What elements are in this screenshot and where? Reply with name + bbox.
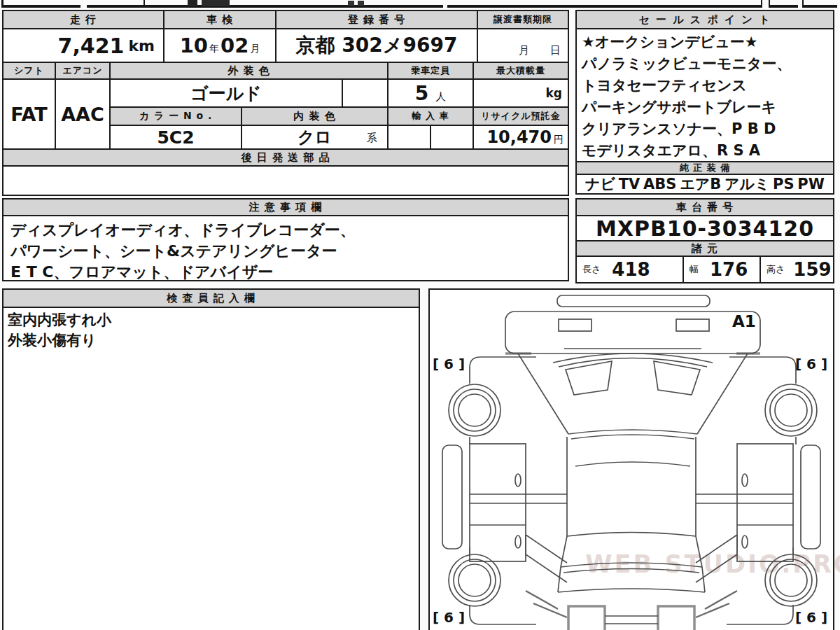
sales-point-line: ★オークションデビュー★ — [582, 31, 828, 53]
inspector-line: 室内内張すれ小 — [8, 310, 414, 330]
tire-mark-rear-right: [ 6 ] — [795, 609, 827, 626]
shift-value: FAT — [2, 78, 56, 150]
front-fender-left — [470, 357, 536, 444]
specs-header: 諸 元 — [575, 240, 834, 257]
equipment-item: PS — [773, 176, 794, 192]
spec-height-value: 159 — [793, 259, 831, 280]
exterior-color-value: ゴールド — [109, 78, 343, 108]
car-top-view-diagram — [430, 290, 833, 630]
later-parts-header: 後 日 発 送 部 品 — [2, 148, 569, 167]
door-seam-left — [470, 494, 567, 525]
hood-side-lines — [518, 354, 748, 434]
door-panel-left — [470, 444, 526, 561]
recycle-deposit-number: 10,470 — [486, 127, 552, 147]
rear-slant-right — [696, 591, 737, 617]
interior-color-header: 内 装 色 — [241, 106, 388, 126]
inspection-month: 02 — [220, 34, 248, 57]
spec-width: 幅 176 — [682, 255, 761, 284]
genuine-equipment-row: ナビ TV ABS エアB アルミ PS PW — [575, 174, 834, 195]
wheel-rear-right — [765, 554, 817, 606]
sales-point-line: クリアランスソナー、P B D — [582, 118, 828, 140]
imported-value-left — [387, 125, 431, 150]
genuine-equipment-header: 純 正 装 備 — [575, 161, 834, 175]
max-load-header: 最大積載量 — [472, 62, 569, 80]
chassis-value: MXPB10-3034120 — [575, 215, 834, 241]
front-fender-right — [729, 357, 796, 444]
equipment-item: ナビ — [585, 174, 615, 194]
capacity-header: 乗車定員 — [387, 62, 474, 80]
front-bumper — [505, 312, 760, 354]
exterior-color-sub-cell — [342, 78, 388, 108]
recycle-deposit-value: 10,470 円 — [472, 125, 569, 150]
door-seam-right — [696, 494, 793, 525]
max-load-unit: kg — [546, 86, 562, 100]
tire-mark-front-left: [ 6 ] — [433, 356, 465, 372]
equipment-item: ABS — [643, 176, 676, 192]
sales-points-header: セ ー ル ス ポ イ ン ト — [575, 10, 834, 29]
sales-point-line: モデリスタエアロ、R S A — [582, 140, 828, 162]
front-top-strip — [557, 295, 710, 307]
tail-light-left — [568, 606, 605, 630]
roof-rear-arc — [567, 533, 696, 537]
aircon-value: AAC — [55, 78, 111, 150]
tire-mark-front-right: [ 6 ] — [795, 356, 827, 372]
spec-width-value: 176 — [710, 259, 748, 280]
registration-header: 登 録 番 号 — [275, 10, 478, 29]
spec-length-label: 長さ — [582, 263, 601, 276]
cowl-arcs — [553, 354, 713, 367]
door-panel-right — [737, 444, 793, 561]
tail-light-right — [658, 606, 694, 630]
rear-quarter-right — [696, 535, 737, 582]
damage-grade-mark: A1 — [732, 312, 756, 330]
notes-header: 注 意 事 項 欄 — [2, 198, 569, 216]
sales-point-line: トヨタセーフティセンス — [582, 75, 828, 97]
windshield-glass-left — [566, 361, 612, 395]
equipment-item: アルミ — [724, 174, 769, 194]
color-no-header: カ ラ ー N o . — [109, 106, 242, 126]
inspection-month-suffix: 月 — [250, 43, 260, 55]
inspection-year-suffix: 年 — [209, 43, 219, 55]
interior-color-value: クロ 系 — [241, 125, 388, 150]
inspector-line: 外装小傷有り — [8, 330, 414, 351]
inspector-header: 検 査 員 記 入 欄 — [2, 288, 420, 308]
roof-sides — [567, 437, 696, 536]
interior-color-suffix: 系 — [367, 132, 377, 145]
capacity-unit: 人 — [435, 90, 446, 104]
spec-length-value: 418 — [612, 259, 650, 280]
equipment-item: TV — [619, 176, 640, 192]
spec-height-label: 高さ — [766, 263, 785, 276]
rocker-panel-left — [442, 445, 462, 549]
later-parts-value — [2, 165, 569, 196]
headlight-right — [676, 319, 709, 331]
chassis-header: 車 台 番 号 — [575, 198, 834, 216]
mileage-number: 7,421 — [58, 34, 125, 58]
recycle-deposit-header: リサイクル預託金 — [472, 106, 569, 126]
max-load-value: kg — [472, 78, 569, 108]
transfer-deadline-value: 月 日 — [477, 28, 569, 63]
sales-points-body: ★オークションデビュー★ パノラミックビューモニター、 トヨタセーフティセンス … — [575, 28, 834, 162]
door-handle — [742, 474, 748, 486]
tire-mark-rear-left: [ 6 ] — [433, 609, 465, 626]
wheel-front-left — [449, 384, 500, 436]
shift-header: シフト — [2, 62, 56, 80]
door-handle — [515, 536, 521, 548]
notes-body: ディスプレイオーディオ、ドライブレコーダー、 パワーシート、シート&ステアリング… — [2, 215, 569, 281]
inspection-year: 10 — [180, 34, 208, 57]
rear-quarter-left — [526, 535, 567, 582]
notes-line: E T C、フロアマット、ドアバイザー — [10, 262, 561, 283]
registration-value: 京都 302メ9697 — [275, 28, 478, 63]
door-handle — [515, 474, 521, 486]
imported-header: 輸 入 車 — [387, 106, 474, 126]
dashboard-arc — [575, 462, 690, 466]
capacity-value: 5 人 — [387, 78, 474, 108]
spec-height: 高さ 159 — [760, 255, 834, 284]
rear-bumper-lines — [605, 616, 658, 624]
spec-width-label: 幅 — [690, 263, 699, 276]
inspector-body: 室内内張すれ小 外装小傷有り — [2, 307, 420, 630]
rocker-panel-right — [801, 445, 820, 549]
auction-sheet: 走 行 車 検 登 録 番 号 譲渡書類期限 7,421 km 10 年 02 … — [0, 0, 840, 630]
sales-point-line: パノラミックビューモニター、 — [582, 53, 828, 75]
wheel-front-right — [765, 384, 817, 436]
door-handle — [742, 536, 748, 548]
recycle-deposit-unit: 円 — [554, 134, 564, 146]
